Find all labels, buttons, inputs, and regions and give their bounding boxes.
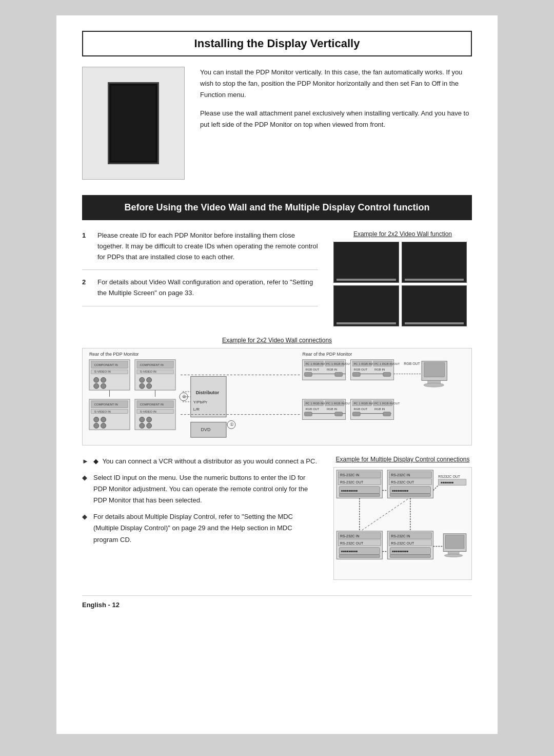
item-number-2: 2 xyxy=(82,277,91,299)
svg-rect-87 xyxy=(304,412,312,416)
svg-text:RS-232C IN: RS-232C IN xyxy=(391,534,410,538)
svg-text:RS-232C OUT: RS-232C OUT xyxy=(391,541,414,545)
svg-rect-116 xyxy=(390,494,430,497)
grid-cell-3 xyxy=(333,285,399,326)
svg-text:RGB OUT: RGB OUT xyxy=(353,368,367,371)
svg-text:■■■■■■■: ■■■■■■■ xyxy=(441,481,454,484)
svg-point-35 xyxy=(147,417,152,422)
list-item-1: 1 Please create ID for each PDP Monitor … xyxy=(82,230,318,270)
svg-text:COMPONENT IN: COMPONENT IN xyxy=(140,403,164,406)
grid-cell-2 xyxy=(402,242,467,283)
svg-rect-72 xyxy=(383,373,391,377)
svg-text:DVD: DVD xyxy=(201,427,211,432)
svg-rect-88 xyxy=(335,412,343,416)
svg-text:■■■■■■■■■: ■■■■■■■■■ xyxy=(392,489,409,492)
grid-2x2 xyxy=(333,242,467,326)
svg-point-10 xyxy=(101,383,106,389)
numbered-list: 1 Please create ID for each PDP Monitor … xyxy=(82,230,318,306)
svg-text:RGB IN: RGB IN xyxy=(374,408,385,411)
svg-rect-142 xyxy=(445,535,464,549)
svg-text:PC 1 RGB IN/OUT: PC 1 RGB IN/OUT xyxy=(374,402,400,405)
title-box-1: Installing the Display Vertically xyxy=(82,31,472,56)
svg-rect-137 xyxy=(390,554,430,557)
svg-text:PC 1 RGB IN/OUT: PC 1 RGB IN/OUT xyxy=(326,362,352,365)
bullet-list: ► ◆ You can connect a VCR without a dist… xyxy=(82,456,318,551)
item-number-1: 1 xyxy=(82,230,91,262)
svg-text:■■■■■■■■■: ■■■■■■■■■ xyxy=(341,550,358,553)
svg-text:COMPONENT IN: COMPONENT IN xyxy=(140,363,164,366)
bullet-arrow-item: ► ◆ You can connect a VCR without a dist… xyxy=(82,456,318,467)
item-text-1: Please create ID for each PDP Monitor be… xyxy=(97,230,318,262)
svg-text:Distributor: Distributor xyxy=(196,390,220,395)
svg-point-9 xyxy=(94,383,99,389)
svg-text:S-VIDEO IN: S-VIDEO IN xyxy=(94,410,111,413)
svg-rect-76 xyxy=(424,363,445,377)
svg-text:RGB OUT: RGB OUT xyxy=(404,362,420,365)
svg-text:RS-232C IN: RS-232C IN xyxy=(391,473,410,477)
section-vertical-install: You can install the PDP Monitor vertical… xyxy=(82,67,472,180)
svg-point-8 xyxy=(101,377,106,382)
footer: English - 12 xyxy=(82,595,472,609)
svg-point-144 xyxy=(444,554,463,557)
svg-text:RGB OUT: RGB OUT xyxy=(305,408,319,411)
svg-rect-61 xyxy=(304,373,312,377)
diamond-icon-1: ◆ xyxy=(82,472,89,506)
svg-point-18 xyxy=(140,383,145,389)
svg-text:①: ① xyxy=(230,422,234,427)
svg-point-19 xyxy=(147,383,152,389)
svg-text:RS-232C OUT: RS-232C OUT xyxy=(391,480,414,484)
svg-text:RGB OUT: RGB OUT xyxy=(305,368,319,371)
svg-point-78 xyxy=(424,383,444,387)
svg-point-34 xyxy=(140,417,145,422)
svg-text:RS-232C IN: RS-232C IN xyxy=(340,534,359,538)
svg-rect-129 xyxy=(339,554,380,557)
svg-text:L/R: L/R xyxy=(193,407,200,412)
svg-point-28 xyxy=(101,423,106,428)
videowall-grid-container: Example for 2x2 Video Wall function xyxy=(333,230,472,326)
svg-rect-98 xyxy=(383,412,391,416)
svg-text:■■■■■■■■■: ■■■■■■■■■ xyxy=(341,489,358,492)
svg-text:RS-232C IN: RS-232C IN xyxy=(340,473,359,477)
svg-text:Y/Pb/Pr: Y/Pb/Pr xyxy=(193,400,208,404)
list-item-2: 2 For details about Video Wall configura… xyxy=(82,277,318,306)
vertical-monitor-image xyxy=(82,67,185,180)
vertical-para1: You can install the PDP Monitor vertical… xyxy=(200,67,472,101)
svg-line-146 xyxy=(362,499,408,530)
svg-point-36 xyxy=(140,423,145,428)
svg-rect-143 xyxy=(448,552,459,554)
svg-text:COMPONENT IN: COMPONENT IN xyxy=(94,403,118,406)
connections-caption: Example for 2x2 Video Wall connections xyxy=(82,337,472,344)
svg-text:RS-232C OUT: RS-232C OUT xyxy=(340,480,364,484)
svg-rect-108 xyxy=(339,494,380,497)
svg-text:■■■■■■■■■: ■■■■■■■■■ xyxy=(392,550,409,553)
svg-rect-71 xyxy=(352,373,360,377)
svg-text:RS-232C OUT: RS-232C OUT xyxy=(340,541,364,545)
svg-text:RGB IN: RGB IN xyxy=(327,368,337,371)
svg-rect-97 xyxy=(352,412,360,416)
svg-point-7 xyxy=(94,377,99,382)
svg-point-27 xyxy=(94,423,99,428)
page-title-2: Before Using the Video Wall and the Mult… xyxy=(93,202,461,213)
svg-text:S-VIDEO IN: S-VIDEO IN xyxy=(140,410,156,413)
svg-text:RGB IN: RGB IN xyxy=(327,408,337,411)
vertical-description: You can install the PDP Monitor vertical… xyxy=(200,67,472,138)
page-number: English - 12 xyxy=(82,601,120,609)
title-box-2: Before Using the Video Wall and the Mult… xyxy=(82,195,472,220)
mdc-caption: Example for Multiple Display Control con… xyxy=(333,456,472,463)
svg-text:PC 1 RGB IN/OUT: PC 1 RGB IN/OUT xyxy=(326,402,352,405)
item-text-2: For details about Video Wall configurati… xyxy=(97,277,318,299)
svg-text:COMPONENT IN: COMPONENT IN xyxy=(94,363,118,366)
svg-point-17 xyxy=(147,377,152,382)
bullet-section: ► ◆ You can connect a VCR without a dist… xyxy=(82,456,472,580)
svg-text:RS232C OUT: RS232C OUT xyxy=(438,475,460,478)
grid-cell-1 xyxy=(333,242,399,283)
connections-diagram-svg: Rear of the PDP Monitor Rear of the PDP … xyxy=(82,348,472,445)
svg-point-16 xyxy=(140,377,145,382)
monitor-graphic xyxy=(108,82,159,164)
page: Installing the Display Vertically You ca… xyxy=(56,15,498,734)
grid-cell-4 xyxy=(402,285,467,326)
svg-point-26 xyxy=(101,417,106,422)
svg-text:Rear of the PDP Monitor: Rear of the PDP Monitor xyxy=(302,352,352,357)
vertical-para2: Please use the wall attachment panel exc… xyxy=(200,108,472,130)
arrow-icon: ► xyxy=(82,456,89,467)
